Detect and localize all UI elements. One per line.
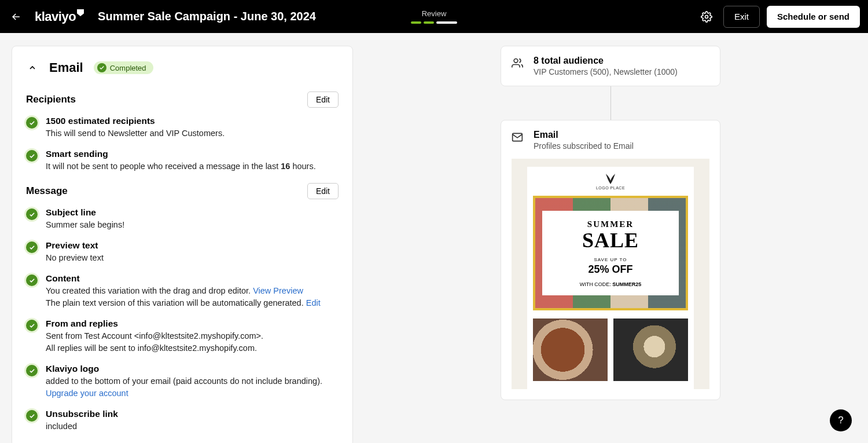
check-icon [26,320,38,331]
settings-button[interactable] [697,7,716,27]
audience-node[interactable]: 8 total audience VIP Customers (500), Ne… [501,46,720,86]
item-title: Subject line [46,207,124,218]
check-icon [26,410,38,422]
check-icon [26,241,38,253]
section-title-recipients: Recipients [26,94,76,105]
item-title: 1500 estimated recipients [46,116,225,126]
edit-message-button[interactable]: Edit [307,183,339,199]
step-bar-3 [436,21,457,24]
status-badge: Completed [94,61,153,74]
step-bar-2 [424,21,434,24]
card-title-email: Email [49,60,83,75]
preview-hero: SUMMER SALE SAVE UP TO 25% OFF WITH CODE… [533,196,688,310]
audience-sub: VIP Customers (500), Newsletter (1000) [534,67,678,76]
audience-icon [512,57,523,69]
item-subject-line: Subject line Summer sale begins! [26,207,339,231]
edit-plaintext-link[interactable]: Edit [306,298,321,307]
progress-stepper: Review [411,9,457,24]
check-icon [26,274,38,286]
item-desc: Sent from Test Account <info@kltestsite2… [46,330,263,354]
item-unsubscribe-link: Unsubscribe link included [26,409,339,433]
email-node-sub: Profiles subscribed to Email [534,141,634,151]
step-bar-1 [411,21,421,24]
preview-thumb-2 [613,318,688,381]
item-desc: No preview text [46,252,104,264]
klaviyo-logo: klaviyo [35,9,84,25]
email-icon [512,131,523,143]
chevron-up-icon [28,63,37,72]
item-content: Content You created this variation with … [26,273,339,309]
item-estimated-recipients: 1500 estimated recipients This will send… [26,116,339,140]
item-desc: Summer sale begins! [46,219,124,231]
item-title: Smart sending [46,149,316,159]
logo-mark-icon [77,9,84,16]
help-button[interactable]: ? [830,409,852,431]
item-desc: added to the bottom of your email (paid … [46,375,322,400]
step-label: Review [411,9,457,18]
email-preview: LOGO PLACE SUMMER SALE SAVE UP TO 25% OF… [512,159,709,389]
item-title: Preview text [46,240,104,251]
arrow-left-icon [10,11,22,23]
check-icon [97,63,106,72]
hero-saveup: SAVE UP TO [594,257,627,262]
item-smart-sending: Smart sending It will not be sent to peo… [26,149,339,173]
email-review-card: Email Completed Recipients Edit 1500 est… [12,46,353,443]
item-title: Content [46,273,321,284]
email-node[interactable]: Email Profiles subscribed to Email LOGO … [501,120,720,400]
item-from-replies: From and replies Sent from Test Account … [26,318,339,354]
hero-pct: 25% OFF [588,263,632,276]
leaf-icon [604,174,617,184]
item-desc: This will send to Newsletter and VIP Cus… [46,127,225,140]
item-desc: It will not be sent to people who receiv… [46,160,316,173]
schedule-send-button[interactable]: Schedule or send [767,6,860,28]
upgrade-account-link[interactable]: Upgrade your account [46,389,128,398]
item-preview-text: Preview text No preview text [26,240,339,264]
svg-point-0 [705,15,708,18]
back-arrow[interactable] [8,9,24,25]
gear-icon [701,11,712,23]
svg-point-1 [514,59,518,63]
check-icon [26,150,38,162]
item-title: Klaviyo logo [46,364,322,374]
preview-logo-placeholder: LOGO PLACE [527,174,694,190]
check-icon [26,208,38,220]
hero-sale: SALE [582,228,639,252]
campaign-title: Summer Sale Campaign - June 30, 2024 [98,10,316,23]
email-node-title: Email [534,130,634,140]
item-desc: included [46,420,118,433]
section-title-message: Message [26,185,68,197]
badge-label: Completed [110,64,146,72]
check-icon [26,117,38,129]
item-title: Unsubscribe link [46,409,118,419]
hero-code: WITH CODE: SUMMER25 [580,281,642,287]
edit-recipients-button[interactable]: Edit [307,91,339,108]
exit-button[interactable]: Exit [723,6,760,28]
flow-connector [610,86,611,120]
audience-title: 8 total audience [534,56,678,66]
item-desc: You created this variation with the drag… [46,285,321,309]
app-header: klaviyo Summer Sale Campaign - June 30, … [0,0,868,33]
preview-thumb-1 [533,318,608,381]
collapse-toggle[interactable] [26,61,39,74]
item-title: From and replies [46,318,263,329]
item-klaviyo-logo: Klaviyo logo added to the bottom of your… [26,364,339,400]
campaign-flow: 8 total audience VIP Customers (500), Ne… [501,46,720,443]
view-preview-link[interactable]: View Preview [253,286,303,295]
check-icon [26,365,38,376]
